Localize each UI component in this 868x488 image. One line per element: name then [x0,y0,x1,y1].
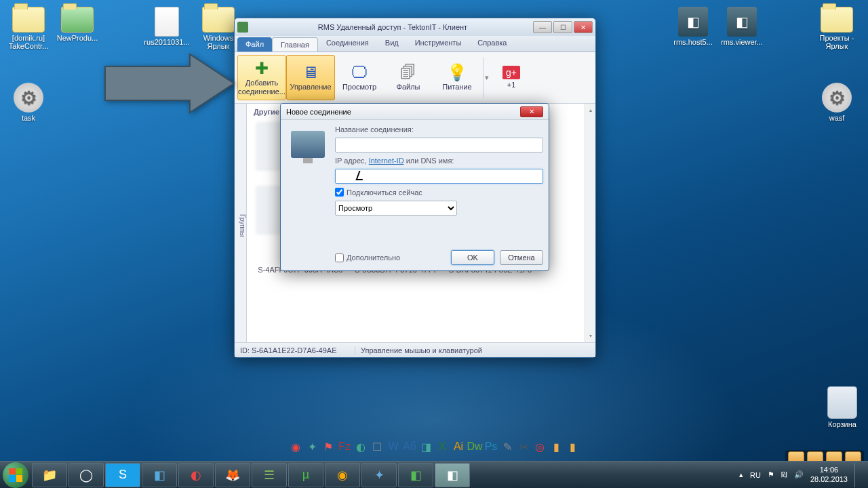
quick-launch-tray: ◉ ✦ ⚑ Fz ◐ ☐ W Aб ◨ X Ai Dw Ps ✎ ✂ ◎ ▮ ▮ [288,436,580,457]
tray-icon[interactable]: ◎ [532,439,547,454]
tray-icon[interactable]: Fz [337,439,352,454]
statusbar: ID: S-6A1A1E22-D7A6-49AE Управление мышь… [235,342,595,357]
titlebar[interactable]: RMS Удаленный доступ - TektonIT - Клиент… [235,18,595,36]
tray-show-hidden[interactable]: ▴ [739,470,743,479]
gplus-icon: g+ [502,66,520,79]
taskbar-rms-viewer[interactable]: ◧ [435,463,470,487]
tray-icon[interactable]: ⚑ [321,439,336,454]
taskbar-firefox[interactable]: 🦊 [215,463,250,487]
dialog-close-button[interactable]: ✕ [520,106,543,117]
tray-network-icon[interactable]: ₪ [781,470,787,479]
taskbar-aimp[interactable]: ◉ [325,463,360,487]
power-icon: 💡 [446,64,468,81]
files-button[interactable]: 🗐Файлы [384,55,433,100]
tray-icon[interactable]: ✦ [304,439,319,454]
taskbar-app-blue[interactable]: ◧ [142,463,177,487]
taskbar-app-red[interactable]: ◐ [178,463,214,487]
control-button[interactable]: 🖥Управление [286,55,335,100]
desktop-icon-task[interactable]: ⚙task [4,83,53,122]
status-mode: Управление мышью и клавиатурой [355,346,595,354]
tab-file[interactable]: Файл [237,37,272,52]
tray-icon[interactable]: Ai [451,439,466,454]
tray-flag-icon[interactable]: ⚑ [768,470,774,479]
taskbar-explorer[interactable]: 📁 [32,463,67,487]
desktop-icon-idomik[interactable]: [domik.ru] TakeContr... [4,7,53,50]
tray-icon[interactable]: ▮ [565,439,580,454]
tray-icon[interactable]: ◨ [418,439,433,454]
window-title: RMS Удаленный доступ - TektonIT - Клиент [252,23,533,31]
language-indicator[interactable]: RU [750,471,761,479]
start-button[interactable] [3,462,28,488]
files-icon: 🗐 [397,64,419,81]
taskbar-chrome[interactable]: ◯ [68,463,104,487]
tab-view[interactable]: Вид [377,36,407,52]
ok-button[interactable]: OK [451,250,494,265]
mode-select[interactable]: Просмотр [335,201,457,216]
cancel-button[interactable]: Отмена [500,250,543,265]
connect-now-label: Подключиться сейчас [347,188,422,197]
connection-name-input[interactable] [335,138,543,152]
taskbar-app[interactable]: ✦ [361,463,397,487]
tray-icon[interactable]: Dw [467,439,482,454]
tab-help[interactable]: Справка [469,36,515,52]
connect-now-checkbox[interactable] [335,188,344,197]
desktop-icon-newprodu[interactable]: NewProdu... [53,7,102,42]
advanced-checkbox[interactable] [335,253,344,262]
add-connection-button[interactable]: ✚Добавить соединение... [237,55,286,100]
preview-button[interactable]: 🖵Просмотр [335,55,384,100]
mouse-cursor [357,171,366,183]
maximize-button[interactable]: ☐ [553,21,572,33]
taskbar-app[interactable]: ☰ [252,463,287,487]
dialog-title: Новое соединение [286,108,351,116]
tray-icon[interactable]: ☐ [370,439,384,454]
monitor-cursor-icon: 🖥 [300,64,321,81]
sidebar-groups[interactable]: Группы [235,104,247,342]
tray-icon[interactable]: Ps [484,439,498,454]
tray-icon[interactable]: ◐ [353,439,368,454]
plus-icon: ✚ [251,60,273,77]
desktop-icon-rus2011[interactable]: rus2011031... [142,7,191,46]
advanced-label: Дополнительно [347,253,400,262]
tray-icon[interactable]: ✂ [516,439,531,454]
clock[interactable]: 14:0628.02.2013 [810,466,848,483]
tab-connections[interactable]: Соединения [318,36,377,52]
google-plus-button[interactable]: g++1 [498,55,524,100]
desktop-icon-rmsviewer[interactable]: ◧rms.viewer... [717,7,766,46]
desktop-icon-recycle-bin[interactable]: Корзина [818,386,867,428]
tray-volume-icon[interactable]: 🔊 [794,470,804,479]
ribbon-more[interactable]: ▾ [485,55,498,100]
taskbar-skype[interactable]: S [105,463,140,487]
ribbon: ✚Добавить соединение... 🖥Управление 🖵Про… [235,52,595,104]
tray-icon[interactable]: W [386,439,401,454]
taskbar-rms1[interactable]: ◧ [398,463,433,487]
internet-id-link[interactable]: Internet-ID [369,157,404,165]
dialog-icon [286,125,330,265]
ip-address-input[interactable] [335,169,543,184]
taskbar: 📁 ◯ S ◧ ◐ 🦊 ☰ µ ◉ ✦ ◧ ◧ ▴ RU ⚑ ₪ 🔊 14:06… [0,461,868,488]
annotation-arrow [102,53,237,114]
status-id: ID: S-6A1A1E22-D7A6-49AE [235,346,355,354]
tray-icon[interactable]: ✎ [500,439,515,454]
power-button[interactable]: 💡Питание [433,55,481,100]
ribbon-tabs: Файл Главная Соединения Вид Инструменты … [235,36,595,52]
tray-icon[interactable]: ◉ [288,439,303,454]
app-icon [237,22,248,33]
new-connection-dialog: Новое соединение ✕ Название соединения: … [280,103,549,271]
tab-tools[interactable]: Инструменты [407,36,470,52]
tab-main[interactable]: Главная [272,37,318,52]
tray-icon[interactable]: X [435,439,450,454]
taskbar-utorrent[interactable]: µ [288,463,323,487]
desktop-icon-wasf[interactable]: ⚙wasf [812,83,861,122]
tray-icon[interactable]: ▮ [549,439,564,454]
desktop-icon-rmshost[interactable]: ◧rms.host5... [669,7,717,46]
dialog-titlebar[interactable]: Новое соединение ✕ [281,104,549,120]
minimize-button[interactable]: — [533,21,552,33]
tray-icon[interactable]: Aб [402,439,417,454]
desktop-icon-projects[interactable]: Проекты - Ярлык [812,7,861,50]
scrollbar[interactable] [585,104,595,342]
close-button[interactable]: ✕ [574,21,593,33]
monitor-icon: 🖵 [349,64,370,81]
show-desktop-button[interactable] [854,463,860,487]
connection-name-label: Название соединения: [335,125,543,134]
ip-label: IP адрес, Internet-ID или DNS имя: [335,157,543,165]
